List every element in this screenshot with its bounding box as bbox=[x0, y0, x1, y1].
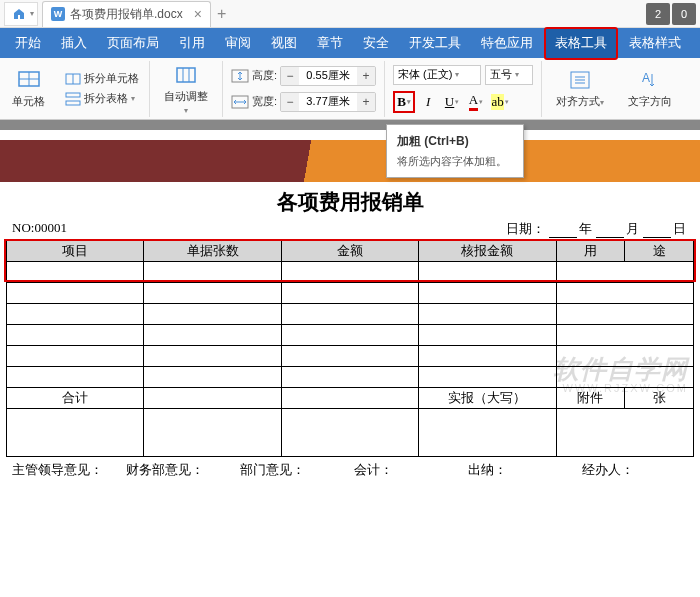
table-row[interactable] bbox=[7, 283, 694, 304]
sig-cashier: 出纳： bbox=[468, 461, 574, 479]
table-row[interactable] bbox=[7, 325, 694, 346]
th-verify[interactable]: 核报金额 bbox=[419, 241, 556, 262]
underline-button[interactable]: U▾ bbox=[441, 91, 463, 113]
sig-manager: 主管领导意见： bbox=[12, 461, 118, 479]
auto-adjust-button[interactable]: 自动调整 ▾ bbox=[158, 61, 214, 117]
doc-number: NO:00001 bbox=[12, 220, 67, 238]
height-spinner[interactable]: − + bbox=[280, 66, 376, 86]
tab-special[interactable]: 特色应用 bbox=[472, 29, 542, 58]
new-tab-button[interactable]: + bbox=[217, 5, 226, 23]
document-filename: 各项费用报销单.docx bbox=[70, 6, 183, 23]
svg-rect-7 bbox=[177, 68, 195, 82]
width-icon bbox=[231, 95, 249, 109]
watermark-sub: WWW.RJZXW.COM bbox=[562, 382, 688, 394]
split-cell-icon bbox=[65, 71, 81, 87]
tab-tablestyle[interactable]: 表格样式 bbox=[620, 29, 690, 58]
font-name-select[interactable]: 宋体 (正文)▾ bbox=[393, 65, 481, 85]
tab-ref[interactable]: 引用 bbox=[170, 29, 214, 58]
sig-finance: 财务部意见： bbox=[126, 461, 232, 479]
bold-button[interactable]: B▾ bbox=[393, 91, 415, 113]
table-row[interactable] bbox=[7, 304, 694, 325]
svg-rect-5 bbox=[66, 93, 80, 97]
width-dec-button[interactable]: − bbox=[281, 93, 299, 111]
tab-chapter[interactable]: 章节 bbox=[308, 29, 352, 58]
align-icon bbox=[568, 68, 592, 92]
table-header-row[interactable]: 项目 单据张数 金额 核报金额 用 途 bbox=[7, 241, 694, 262]
tooltip-title: 加粗 (Ctrl+B) bbox=[397, 133, 513, 150]
tab-insert[interactable]: 插入 bbox=[52, 29, 96, 58]
table-row[interactable] bbox=[7, 409, 694, 457]
font-color-button[interactable]: A▾ bbox=[465, 91, 487, 113]
cell-button[interactable]: 单元格 bbox=[6, 66, 51, 111]
text-direction-button[interactable]: A 文字方向 bbox=[622, 66, 678, 111]
width-spinner[interactable]: − + bbox=[280, 92, 376, 112]
th-purpose-a[interactable]: 用 bbox=[556, 241, 625, 262]
split-cell-button[interactable]: 拆分单元格 bbox=[63, 70, 141, 88]
doc-title: 各项费用报销单 bbox=[0, 188, 700, 216]
document-tab[interactable]: W 各项费用报销单.docx × bbox=[42, 1, 211, 27]
th-purpose-b[interactable]: 途 bbox=[625, 241, 694, 262]
th-count[interactable]: 单据张数 bbox=[144, 241, 281, 262]
auto-adjust-icon bbox=[174, 63, 198, 87]
tab-tabletool[interactable]: 表格工具 bbox=[544, 27, 618, 60]
bold-tooltip: 加粗 (Ctrl+B) 将所选内容字体加粗。 bbox=[386, 124, 524, 178]
word-doc-icon: W bbox=[51, 7, 65, 21]
document-canvas[interactable]: 软件自学网 WWW.RJZXW.COM 各项费用报销单 NO:00001 日期：… bbox=[0, 120, 700, 597]
tab-review[interactable]: 审阅 bbox=[216, 29, 260, 58]
width-inc-button[interactable]: + bbox=[357, 93, 375, 111]
notification-badge-2[interactable]: 0 bbox=[672, 3, 696, 25]
page-header-graphic bbox=[0, 140, 700, 182]
sig-accountant: 会计： bbox=[354, 461, 460, 479]
sig-handler: 经办人： bbox=[582, 461, 688, 479]
home-icon bbox=[13, 8, 25, 20]
sig-dept: 部门意见： bbox=[240, 461, 346, 479]
tab-layout[interactable]: 页面布局 bbox=[98, 29, 168, 58]
font-size-select[interactable]: 五号▾ bbox=[485, 65, 533, 85]
height-icon bbox=[231, 69, 249, 83]
align-button[interactable]: 对齐方式▾ bbox=[550, 66, 610, 111]
italic-button[interactable]: I bbox=[417, 91, 439, 113]
split-table-icon bbox=[65, 91, 81, 107]
height-inc-button[interactable]: + bbox=[357, 67, 375, 85]
tab-view[interactable]: 视图 bbox=[262, 29, 306, 58]
th-amount[interactable]: 金额 bbox=[281, 241, 418, 262]
cell-icon bbox=[17, 68, 41, 92]
signature-row: 主管领导意见： 财务部意见： 部门意见： 会计： 出纳： 经办人： bbox=[0, 459, 700, 481]
home-button[interactable]: ▾ bbox=[4, 2, 38, 26]
tab-dev[interactable]: 开发工具 bbox=[400, 29, 470, 58]
width-label: 宽度: bbox=[252, 94, 277, 109]
notification-badge-1[interactable]: 2 bbox=[646, 3, 670, 25]
expense-table[interactable]: 项目 单据张数 金额 核报金额 用 途 合计 bbox=[6, 240, 694, 457]
text-direction-icon: A bbox=[638, 68, 662, 92]
svg-text:A: A bbox=[642, 71, 650, 85]
document-page: 软件自学网 WWW.RJZXW.COM 各项费用报销单 NO:00001 日期：… bbox=[0, 130, 700, 597]
height-label: 高度: bbox=[252, 68, 277, 83]
width-input[interactable] bbox=[299, 93, 357, 111]
table-row[interactable] bbox=[7, 262, 694, 283]
height-input[interactable] bbox=[299, 67, 357, 85]
tooltip-desc: 将所选内容字体加粗。 bbox=[397, 154, 513, 169]
split-table-button[interactable]: 拆分表格 ▾ bbox=[63, 90, 141, 108]
tab-security[interactable]: 安全 bbox=[354, 29, 398, 58]
th-item[interactable]: 项目 bbox=[7, 241, 144, 262]
close-tab-button[interactable]: × bbox=[194, 6, 202, 22]
height-dec-button[interactable]: − bbox=[281, 67, 299, 85]
doc-date: 日期： 年 月 日 bbox=[506, 220, 688, 238]
svg-rect-6 bbox=[66, 101, 80, 105]
highlight-button[interactable]: ab▾ bbox=[489, 91, 511, 113]
tab-start[interactable]: 开始 bbox=[6, 29, 50, 58]
